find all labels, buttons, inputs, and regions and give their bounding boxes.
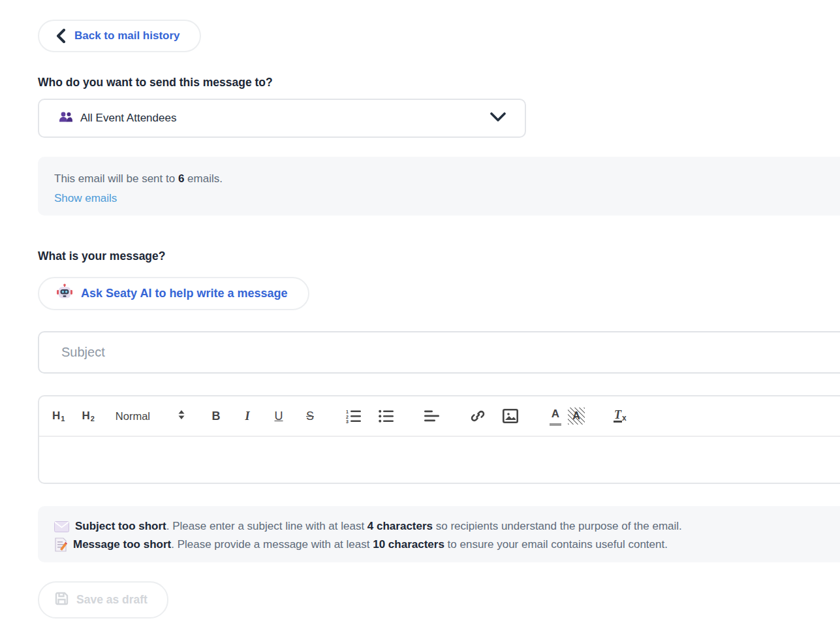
svg-text:1: 1 xyxy=(346,409,349,414)
bullet-list-button[interactable] xyxy=(375,406,398,426)
editor-toolbar: H1 H2 Normal B I U S xyxy=(39,396,840,437)
align-button[interactable] xyxy=(420,407,444,425)
compose-email-page: Back to mail history Who do you want to … xyxy=(0,0,840,642)
svg-text:3: 3 xyxy=(346,419,349,423)
clear-format-icon: T xyxy=(614,409,622,423)
bold-button[interactable]: B xyxy=(205,407,227,426)
subject-input[interactable] xyxy=(38,331,840,374)
background-color-icon: A xyxy=(572,410,580,422)
insert-image-button[interactable] xyxy=(499,406,522,426)
background-color-button[interactable]: A xyxy=(568,408,585,425)
chevron-left-icon xyxy=(55,29,67,43)
memo-pencil-icon xyxy=(54,538,67,552)
ask-seaty-ai-button[interactable]: Ask Seaty AI to help write a message xyxy=(38,277,309,310)
recipient-count: 6 xyxy=(178,172,184,185)
heading1-button[interactable]: H1 xyxy=(48,407,69,425)
italic-button[interactable]: I xyxy=(236,407,258,426)
back-to-mail-history-button[interactable]: Back to mail history xyxy=(38,20,201,52)
ai-button-label: Ask Seaty AI to help write a message xyxy=(81,287,287,300)
svg-text:2: 2 xyxy=(346,415,349,419)
underline-button[interactable]: U xyxy=(268,407,290,426)
select-arrows-icon xyxy=(178,409,185,423)
recipient-count-info-box: This email will be sent to 6 emails. Sho… xyxy=(38,157,840,216)
ordered-list-button[interactable]: 1 2 3 xyxy=(342,406,366,426)
format-selected-value: Normal xyxy=(116,410,150,423)
insert-link-button[interactable] xyxy=(466,406,490,426)
recipient-select[interactable]: All Event Attendees xyxy=(38,99,526,138)
recipient-question: Who do you want to send this message to? xyxy=(38,76,273,89)
message-question: What is your message? xyxy=(38,249,165,263)
message-editor: H1 H2 Normal B I U S xyxy=(38,395,840,484)
validation-warning-box: Subject too short. Please enter a subjec… xyxy=(38,506,840,562)
strikethrough-button[interactable]: S xyxy=(299,407,321,426)
message-body-editor[interactable] xyxy=(39,437,840,483)
text-color-icon xyxy=(550,423,561,426)
subject-warning: Subject too short. Please enter a subjec… xyxy=(54,517,837,536)
save-as-draft-button[interactable]: Save as draft xyxy=(38,581,168,618)
heading2-button[interactable]: H2 xyxy=(78,407,98,425)
floppy-disk-icon xyxy=(55,592,69,609)
robot-icon xyxy=(56,283,73,304)
recipient-selected-value: All Event Attendees xyxy=(80,112,490,125)
link-icon xyxy=(470,408,486,424)
paragraph-format-select[interactable]: Normal xyxy=(116,409,185,423)
chevron-down-icon xyxy=(490,112,506,125)
bullet-list-icon xyxy=(379,409,394,423)
show-emails-link[interactable]: Show emails xyxy=(54,189,117,208)
save-draft-label: Save as draft xyxy=(76,593,148,607)
text-color-button[interactable]: A xyxy=(546,405,565,427)
message-warning: Message too short. Please provide a mess… xyxy=(54,536,837,554)
ordered-list-icon: 1 2 3 xyxy=(346,409,362,423)
clear-formatting-button[interactable]: Tx xyxy=(610,407,630,425)
back-button-label: Back to mail history xyxy=(74,29,180,42)
people-icon xyxy=(59,111,73,125)
image-icon xyxy=(503,409,518,423)
align-icon xyxy=(424,409,440,423)
recipient-count-text: This email will be sent to 6 emails. xyxy=(54,169,837,189)
envelope-icon xyxy=(54,521,69,532)
